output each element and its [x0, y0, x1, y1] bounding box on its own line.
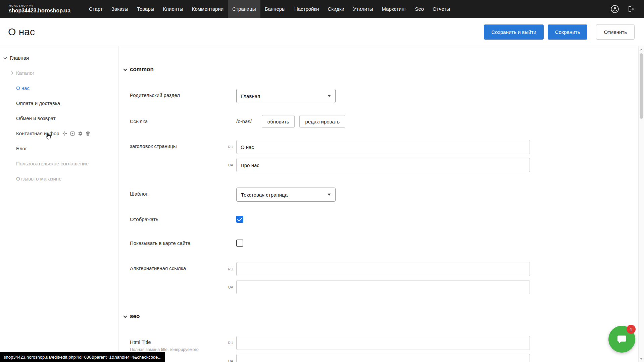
move-icon[interactable] [62, 131, 67, 136]
scroll-down-arrow-icon[interactable] [639, 356, 644, 361]
lang-ru-badge: RU [225, 145, 236, 149]
sitemap-row: Показывать в карте сайта [124, 240, 644, 247]
section-common-toggle[interactable]: common [124, 65, 644, 73]
main-nav: Старт Заказы Товары Клиенты Комментарии … [85, 0, 454, 18]
nav-item-marketing[interactable]: Маркетинг [377, 0, 410, 18]
html-title-ru-input[interactable] [236, 336, 530, 350]
page-title-label: заголовок страницы [124, 140, 225, 149]
status-url-tooltip: shop34423.horoshop.ua/edit/edit.php?id=6… [0, 352, 165, 362]
display-checkbox[interactable] [236, 216, 243, 223]
sidebar-item-label: Контактная инфор [16, 131, 59, 136]
template-select[interactable]: Текстовая страница [236, 188, 336, 202]
logout-icon[interactable] [627, 5, 635, 13]
alt-link-inputs: RU UA [225, 262, 530, 294]
section-title: common [130, 66, 154, 73]
sidebar-item-glavnaya[interactable]: Главная [0, 50, 118, 65]
chevron-down-icon [328, 194, 331, 196]
link-controls: /o-nas/ обновить редактировать [236, 115, 345, 128]
section-title: seo [130, 313, 140, 320]
link-row: Ссылка /o-nas/ обновить редактировать [124, 115, 644, 128]
sidebar-item-label: Каталог [16, 70, 35, 76]
nav-item-stranitsy[interactable]: Страницы [228, 0, 260, 18]
sidebar-item-blog[interactable]: Блог [0, 141, 118, 156]
sidebar-item-obmen-i-vozvrat[interactable]: Обмен и возврат [0, 111, 118, 126]
sitemap-checkbox[interactable] [236, 240, 243, 247]
topbar: HOROSHOP V4 shop34423.horoshop.ua Старт … [0, 0, 644, 18]
page-title-ua-line: UA [225, 158, 530, 172]
lang-ua-badge: UA [225, 285, 236, 289]
html-title-row: Html Title Полная замена title, генериру… [124, 336, 644, 362]
html-title-ua-line: UA [225, 354, 530, 362]
user-account-icon[interactable] [610, 5, 619, 13]
nav-item-klienty[interactable]: Клиенты [159, 0, 188, 18]
nav-item-seo[interactable]: Seo [410, 0, 428, 18]
alt-link-ru-line: RU [225, 262, 530, 276]
nav-item-bannery[interactable]: Баннеры [260, 0, 290, 18]
sidebar-item-o-nas[interactable]: О нас [0, 81, 118, 96]
section-seo-toggle[interactable]: seo [124, 312, 644, 320]
nav-item-skidki[interactable]: Скидки [323, 0, 348, 18]
lang-ua-badge: UA [225, 163, 236, 167]
nav-item-tovary[interactable]: Товары [133, 0, 159, 18]
html-title-ua-input[interactable] [236, 354, 530, 362]
nav-item-otchety[interactable]: Отчеты [428, 0, 454, 18]
html-title-label-block: Html Title Полная замена title, генериру… [124, 336, 225, 352]
scroll-up-arrow-icon[interactable] [639, 47, 644, 52]
page-header: О нас Сохранить и выйти Сохранить Отмени… [0, 18, 644, 46]
template-row: Шаблон Текстовая страница [124, 188, 644, 202]
sidebar-item-kontaktnaya-infor[interactable]: Контактная инфор [0, 126, 118, 141]
lang-ru-badge: RU [225, 267, 236, 271]
sidebar-item-oplata-i-dostavka[interactable]: Оплата и доставка [0, 96, 118, 111]
link-refresh-button[interactable]: обновить [262, 115, 295, 128]
nav-item-zakazy[interactable]: Заказы [107, 0, 133, 18]
sidebar-item-polzovatelskoe-soglashenie[interactable]: Пользовательское соглашение [0, 156, 118, 171]
pages-tree-sidebar: Главная Каталог О нас Оплата и доставка … [0, 46, 118, 362]
parent-section-select[interactable]: Главная [236, 89, 336, 103]
link-edit-button[interactable]: редактировать [299, 115, 345, 128]
delete-trash-icon[interactable] [85, 131, 91, 136]
parent-section-label: Родительский раздел [124, 89, 236, 98]
sidebar-item-otzyvy-o-magazine[interactable]: Отзывы о магазине [0, 171, 118, 186]
link-label: Ссылка [124, 115, 236, 124]
sidebar-item-katalog[interactable]: Каталог [0, 65, 118, 81]
alt-link-ua-line: UA [225, 280, 530, 294]
chat-bubble-icon [615, 333, 628, 346]
html-title-hint: Полная замена title, генерируемого [130, 347, 241, 352]
parent-section-value: Главная [241, 93, 260, 99]
horoshop-admin-app: HOROSHOP V4 shop34423.horoshop.ua Старт … [0, 0, 644, 362]
sidebar-item-label: О нас [16, 85, 30, 91]
alt-link-ua-input[interactable] [236, 280, 530, 294]
chat-widget-button[interactable]: 1 [608, 326, 635, 353]
chat-unread-badge: 1 [627, 325, 636, 334]
nav-item-utility[interactable]: Утилиты [349, 0, 378, 18]
page-edit-form: common Родительский раздел Главная Ссылк… [118, 46, 644, 362]
save-and-exit-button[interactable]: Сохранить и выйти [484, 24, 544, 40]
chevron-down-icon [4, 56, 7, 59]
alt-link-ru-input[interactable] [236, 262, 530, 276]
nav-item-start[interactable]: Старт [85, 0, 107, 18]
header-actions: Сохранить и выйти Сохранить Отменить [484, 24, 635, 40]
html-title-inputs: RU UA [225, 336, 530, 362]
scrollbar-thumb[interactable] [640, 53, 643, 119]
sidebar-item-label: Главная [10, 55, 29, 61]
brand-version: HOROSHOP V4 [9, 4, 70, 8]
page-title-row: заголовок страницы RU UA [124, 140, 644, 172]
sidebar-item-label: Оплата и доставка [16, 100, 60, 106]
nav-item-kommentarii[interactable]: Комментарии [188, 0, 228, 18]
sidebar-item-label: Пользовательское соглашение [16, 161, 89, 166]
topbar-icons [610, 5, 635, 13]
chevron-down-icon [328, 95, 331, 97]
page-body: Главная Каталог О нас Оплата и доставка … [0, 46, 644, 362]
page-title-ru-input[interactable] [236, 140, 530, 154]
page-title-ru-line: RU [225, 140, 530, 154]
save-button[interactable]: Сохранить [548, 24, 588, 40]
settings-gear-icon[interactable] [78, 131, 83, 136]
cancel-button[interactable]: Отменить [596, 24, 635, 40]
brand-logo[interactable]: HOROSHOP V4 shop34423.horoshop.ua [9, 4, 70, 13]
vertical-scrollbar[interactable] [638, 46, 644, 362]
page-title-ua-input[interactable] [236, 158, 530, 172]
html-title-label: Html Title [130, 339, 225, 345]
alt-link-label: Альтернативная ссылка [124, 262, 225, 271]
add-page-icon[interactable] [70, 131, 75, 136]
nav-item-nastroyki[interactable]: Настройки [290, 0, 324, 18]
